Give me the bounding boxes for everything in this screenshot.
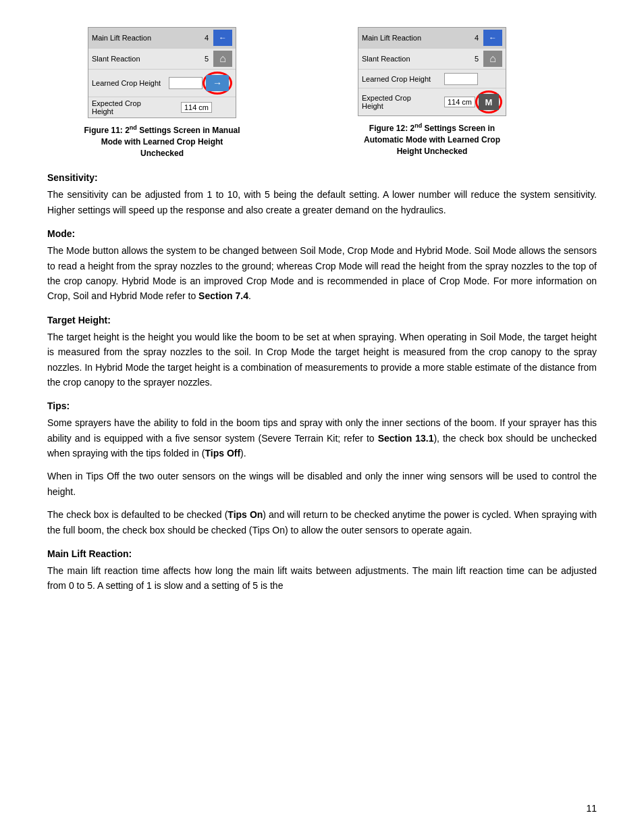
fig11-house-btn[interactable]: ⌂: [213, 51, 232, 67]
fig12-slant-value: 5: [470, 55, 483, 63]
fig12-learned-checkbox[interactable]: [444, 73, 478, 85]
fig11-learned-label: Learned Crop Height: [92, 79, 169, 87]
fig12-back-btn[interactable]: ←: [483, 30, 502, 46]
fig12-main-lift-label: Main Lift Reaction: [362, 34, 470, 42]
tips-section-ref: Section 13.1: [378, 433, 434, 444]
fig11-arrow-circle: →: [203, 72, 232, 95]
tips-off-label: Tips Off: [205, 448, 240, 459]
fig11-slant-value: 5: [200, 55, 213, 63]
fig11-slant-label: Slant Reaction: [92, 55, 200, 63]
fig12-row-expected: Expected CropHeight 114 cm M: [358, 88, 506, 115]
fig12-expected-value: 114 cm: [444, 97, 475, 107]
fig12-m-circle: M: [475, 90, 502, 113]
sensitivity-body: The sensitivity can be adjusted from 1 t…: [47, 187, 597, 217]
mode-body: The Mode button allows the system to be …: [47, 243, 597, 304]
fig12-sup: nd: [414, 122, 422, 129]
section-target-height: Target Height: The target height is the …: [47, 315, 597, 390]
section-mode: Mode: The Mode button allows the system …: [47, 228, 597, 304]
fig12-row-learned: Learned Crop Height: [358, 70, 506, 88]
figure-11-image: Main Lift Reaction 4 ← Slant Reaction 5 …: [88, 27, 236, 118]
fig11-row-learned: Learned Crop Height →: [88, 70, 236, 97]
sensitivity-title: Sensitivity:: [47, 172, 597, 183]
figure-11-caption: Figure 11: 2nd Settings Screen in Manual…: [81, 124, 243, 159]
tips-body-2: When in Tips Off the two outer sensors o…: [47, 469, 597, 499]
fig12-house-btn[interactable]: ⌂: [483, 51, 502, 67]
tips-body-3: The check box is defaulted to be checked…: [47, 507, 597, 538]
mode-title: Mode:: [47, 228, 597, 239]
fig11-back-btn[interactable]: ←: [213, 30, 232, 46]
figure-12-block: Main Lift Reaction 4 ← Slant Reaction 5 …: [317, 27, 547, 157]
fig11-main-lift-value: 4: [200, 34, 213, 42]
section-sensitivity: Sensitivity: The sensitivity can be adju…: [47, 172, 597, 217]
main-lift-title: Main Lift Reaction:: [47, 548, 597, 559]
figure-12-caption: Figure 12: 2nd Settings Screen in Automa…: [351, 122, 513, 157]
fig12-slant-label: Slant Reaction: [362, 55, 470, 63]
fig12-learned-label: Learned Crop Height: [362, 75, 444, 83]
section-main-lift: Main Lift Reaction: The main lift reacti…: [47, 548, 597, 594]
figure-12-image: Main Lift Reaction 4 ← Slant Reaction 5 …: [358, 27, 506, 116]
fig12-caption-bold: Figure 12: 2nd Settings Screen in Automa…: [364, 124, 500, 156]
fig11-sup: nd: [130, 124, 137, 131]
target-height-title: Target Height:: [47, 315, 597, 325]
fig12-main-lift-value: 4: [470, 34, 483, 42]
figure-11-block: Main Lift Reaction 4 ← Slant Reaction 5 …: [47, 27, 277, 159]
figures-section: Main Lift Reaction 4 ← Slant Reaction 5 …: [47, 27, 597, 159]
fig11-row-main-lift: Main Lift Reaction 4 ←: [88, 28, 236, 49]
fig12-expected-label: Expected CropHeight: [362, 94, 444, 110]
page-number: 11: [586, 803, 597, 814]
fig12-row-main-lift: Main Lift Reaction 4 ←: [358, 28, 506, 49]
target-height-body: The target height is the height you woul…: [47, 330, 597, 390]
tips-body-1: Some sprayers have the ability to fold i…: [47, 415, 597, 461]
fig12-m-btn[interactable]: M: [479, 94, 499, 110]
fig12-row-slant: Slant Reaction 5 ⌂: [358, 49, 506, 70]
fig11-main-lift-label: Main Lift Reaction: [92, 34, 200, 42]
fig11-row-slant: Slant Reaction 5 ⌂: [88, 49, 236, 70]
fig11-expected-value: 114 cm: [181, 102, 212, 113]
main-lift-body: The main lift reaction time affects how …: [47, 563, 597, 594]
fig11-arrow-btn[interactable]: →: [206, 75, 229, 91]
fig11-learned-checkbox[interactable]: [169, 77, 203, 89]
tips-on-label: Tips On: [227, 509, 263, 520]
tips-title: Tips:: [47, 400, 597, 411]
mode-section-ref: Section 7.4: [198, 290, 248, 301]
section-tips: Tips: Some sprayers have the ability to …: [47, 400, 597, 538]
fig11-expected-label: Expected CropHeight: [92, 99, 181, 115]
fig11-row-expected: Expected CropHeight 114 cm: [88, 97, 236, 118]
fig11-caption-bold: Figure 11: 2nd Settings Screen in Manual…: [84, 126, 240, 158]
